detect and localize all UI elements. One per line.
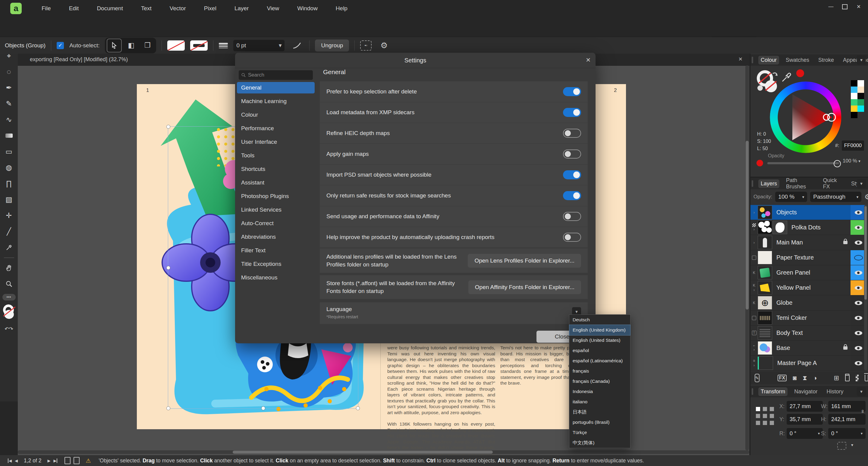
lock-icon[interactable]	[843, 346, 847, 350]
layer-thumbnail[interactable]	[758, 341, 772, 355]
layer-fx-icon[interactable]: FX	[778, 375, 786, 381]
warning-icon[interactable]: ⚠	[86, 457, 91, 464]
language-option-italiano[interactable]: italiano	[569, 397, 630, 407]
eye-icon[interactable]	[854, 255, 863, 260]
shape-builder-tool[interactable]: ◍	[3, 161, 16, 174]
close-button[interactable]: ✕	[852, 1, 866, 12]
opacity-chevron-icon[interactable]: ▾	[858, 159, 861, 163]
selection-handle[interactable]	[261, 406, 265, 410]
settings-nav-auto-correct[interactable]: Auto-Correct	[237, 218, 315, 229]
language-option-english-uk[interactable]: English (United Kingdom)	[569, 325, 630, 335]
language-option-turkce[interactable]: Türkçe	[569, 427, 630, 438]
mini-swatch[interactable]	[858, 99, 864, 105]
mask-layer-icon[interactable]: ◙	[793, 374, 797, 382]
mini-swatch[interactable]	[851, 87, 858, 93]
edit-layer-icon[interactable]: ✎	[755, 374, 760, 382]
eye-icon[interactable]	[855, 331, 862, 335]
link-dimensions-icon[interactable]: ∞	[861, 410, 866, 413]
pencil-tool[interactable]: ✎	[3, 98, 16, 110]
rectangle-tool[interactable]: ▭	[3, 146, 16, 158]
layer-name[interactable]: Polka Dots	[792, 224, 850, 231]
picked-colour-dot[interactable]	[796, 69, 804, 77]
x-input[interactable]: 27,7 mm	[786, 401, 823, 412]
mini-swatch[interactable]	[858, 93, 864, 99]
rotation-select[interactable]: 0 °▾	[786, 428, 823, 439]
tab-navigator[interactable]: Navigator	[792, 387, 820, 396]
layer-name[interactable]: Body Text	[776, 330, 850, 336]
settings-dialog-header[interactable]: Settings ✕	[235, 53, 595, 68]
layer-row-globe[interactable]: K ⊕ Globe	[750, 296, 866, 310]
menu-layer[interactable]: Layer	[233, 5, 250, 12]
y-input[interactable]: 35,7 mm	[786, 414, 823, 425]
layer-name[interactable]: Objects	[776, 209, 850, 216]
eye-icon[interactable]	[855, 286, 862, 290]
layer-row-green-panel[interactable]: K Green Panel	[750, 265, 866, 280]
layer-name[interactable]: Paper Texture	[776, 254, 850, 261]
document-tab-close-icon[interactable]: ✕	[738, 56, 743, 62]
colour-opacity-value[interactable]: 100 %	[843, 158, 857, 164]
eye-icon[interactable]	[855, 301, 862, 305]
saturation-triangle[interactable]	[770, 82, 841, 153]
h-input[interactable]: 242,1 mm	[828, 414, 866, 425]
language-option-chinese-simplified[interactable]: 中文(简体)	[569, 438, 630, 448]
layers-scrollbar-thumb[interactable]	[864, 206, 867, 300]
menu-text[interactable]: Text	[140, 5, 153, 12]
open-lens-profiles-folder-button[interactable]: Open Lens Profiles Folder in Explorer...	[468, 254, 581, 268]
opacity-slider-knob[interactable]	[834, 160, 841, 167]
zoom-tool[interactable]	[3, 278, 16, 290]
fill-stroke-swatches[interactable]	[2, 305, 16, 319]
eye-icon[interactable]	[855, 271, 862, 275]
settings-nav-filler-text[interactable]: Filler Text	[237, 245, 315, 256]
layer-thumbnail[interactable]	[758, 221, 772, 234]
settings-search-input[interactable]: Search	[239, 70, 313, 80]
expand-chevron-icon[interactable]: ›	[753, 288, 755, 292]
open-affinity-fonts-folder-button[interactable]: Open Affinity Fonts Folder in Explorer..…	[468, 280, 581, 294]
menu-view[interactable]: View	[266, 5, 280, 12]
layer-thumbnail[interactable]	[758, 311, 772, 324]
layer-thumbnail[interactable]	[758, 251, 772, 265]
panel-chevron-icon[interactable]: ▾	[857, 387, 866, 396]
minimize-button[interactable]: —	[824, 1, 838, 12]
layer-row-objects[interactable]: › Objects	[750, 205, 866, 220]
layer-name[interactable]: Globe	[776, 299, 850, 306]
language-option-indonesia[interactable]: Indonesia	[569, 386, 630, 397]
point-transform-tool[interactable]: ✛	[3, 210, 16, 222]
selection-handle[interactable]	[356, 406, 360, 410]
copy-selection-icon[interactable]: ❐	[141, 39, 154, 52]
menu-help[interactable]: Help	[335, 5, 349, 12]
select-same-icon[interactable]: ◧	[124, 39, 138, 52]
opacity-slider[interactable]	[767, 162, 839, 164]
mini-swatch[interactable]	[851, 99, 858, 105]
settings-nav-photoshop-plugins[interactable]: Photoshop Plugins	[237, 190, 315, 202]
colour-picker-tool[interactable]	[3, 242, 16, 253]
language-option-francais-canada[interactable]: français (Canada)	[569, 376, 630, 386]
blend-mode-select[interactable]: Passthrough ▾	[810, 192, 861, 202]
menu-file[interactable]: File	[40, 5, 52, 12]
layer-thumbnail[interactable]	[758, 281, 772, 294]
transform-origin-icon[interactable]	[837, 442, 846, 450]
toggle-switch[interactable]	[563, 233, 581, 242]
stroke-swatch-none[interactable]	[190, 40, 208, 51]
next-page-button[interactable]: ▶	[47, 459, 50, 463]
toggle-switch[interactable]	[563, 129, 581, 138]
frame-text-tool[interactable]: ∏	[3, 178, 16, 190]
menu-edit[interactable]: Edit	[68, 5, 80, 12]
language-option-francais[interactable]: français	[569, 366, 630, 376]
layer-row-body-text[interactable]: T Body Text	[750, 325, 866, 341]
expand-chevron-icon[interactable]: ›	[753, 241, 755, 245]
panel-grip[interactable]	[752, 388, 753, 395]
expand-chevron-icon[interactable]: ›	[753, 210, 755, 215]
expand-chevron-icon[interactable]: ›	[753, 347, 755, 352]
toggle-switch[interactable]	[563, 191, 581, 200]
shear-select[interactable]: 0 °▾	[828, 428, 866, 439]
w-input[interactable]: 161 mm	[828, 401, 866, 412]
document-tab[interactable]: exporting [Read Only] [Modified] (32.7%)	[30, 56, 128, 63]
tab-quick-fx[interactable]: Quick FX	[821, 176, 844, 191]
horizontal-scrollbar[interactable]	[18, 450, 749, 454]
layer-name[interactable]: Temi Coker	[776, 314, 850, 321]
language-option-espanol[interactable]: español	[569, 345, 630, 356]
settings-nav-tools[interactable]: Tools	[237, 150, 315, 161]
settings-gear-icon[interactable]: ⚙	[377, 39, 391, 52]
settings-nav-shortcuts[interactable]: Shortcuts	[237, 163, 315, 175]
horizontal-scrollbar-thumb[interactable]	[233, 451, 493, 454]
